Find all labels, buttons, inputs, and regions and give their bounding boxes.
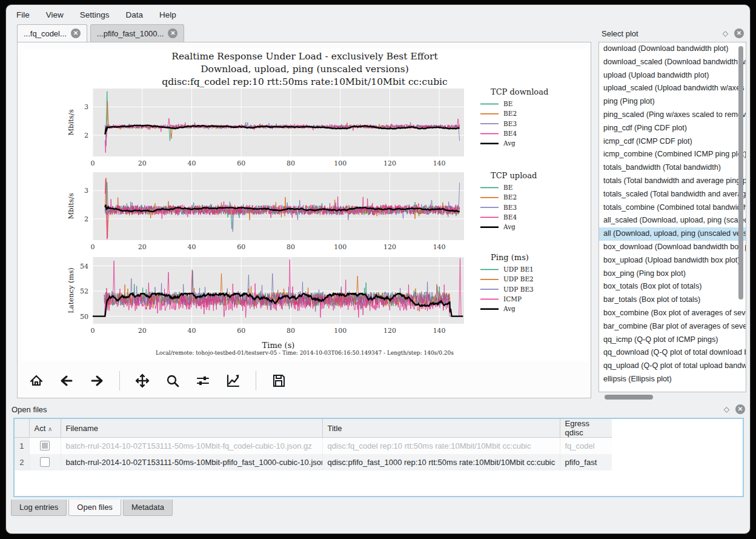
customize-button[interactable] [223,370,244,391]
svg-text:120: 120 [383,243,396,251]
svg-text:UDP BE2: UDP BE2 [503,275,534,283]
row-number: 2 [15,454,29,470]
svg-text:3: 3 [84,187,88,195]
svg-text:BE4: BE4 [503,213,517,221]
svg-text:qdisc:fq_codel rep:10 rtt:50ms: qdisc:fq_codel rep:10 rtt:50ms rate:10Mb… [162,76,447,87]
open-files-title: Open files [7,405,724,414]
plot-list-item[interactable]: icmp_cdf (ICMP CDF plot) [599,135,746,149]
plot-list-hscrollbar[interactable] [605,395,653,400]
dock-float-icon[interactable]: ◇ [724,405,729,413]
plot-list-item[interactable]: qq_download (Q-Q plot of total download … [599,346,746,360]
plot-list-item[interactable]: box_upload (Upload bandwidth box plot) [599,254,746,267]
dock-float-icon[interactable]: ◇ [723,29,728,38]
plot-list-item[interactable]: download_scaled (Download bandwidth w/ax… [599,56,746,69]
tab-label: ...fq_codel... [24,29,67,38]
svg-text:80: 80 [287,327,295,335]
svg-text:BE2: BE2 [503,193,517,201]
plot-list-item[interactable]: all (Download, upload, ping (unscaled ve… [599,227,746,241]
svg-text:80: 80 [287,243,295,251]
plot-list-item[interactable]: ellipsis (Ellipsis plot) [599,373,746,386]
svg-text:3: 3 [84,103,88,111]
tab-close-icon[interactable]: ✕ [168,28,177,38]
plot-list-item[interactable]: ping_cdf (Ping CDF plot) [599,122,746,135]
save-button[interactable] [268,370,289,391]
tab-close-icon[interactable]: ✕ [71,28,81,38]
plot-canvas[interactable]: Realtime Response Under Load - exclusive… [21,49,588,361]
svg-text:40: 40 [187,243,196,251]
active-checkbox[interactable] [40,457,50,467]
svg-text:54: 54 [80,263,88,270]
filename-column-header[interactable]: Filename [61,419,322,438]
forward-icon [89,373,105,389]
plot-list-item[interactable]: bar_combine (Bar plot of averages of sev… [599,320,746,333]
plot-list-item[interactable]: totals_bandwidth (Total bandwidth) [599,161,746,175]
plot-list-item[interactable]: box_combine (Box plot of averages of sev… [599,307,746,320]
dock-close-icon[interactable]: ✕ [734,28,744,38]
svg-text:40: 40 [187,327,196,335]
result-tab-1[interactable]: ...pfifo_fast_1000...✕ [90,24,185,42]
menu-view[interactable]: View [46,10,64,19]
svg-text:100: 100 [334,159,346,167]
home-button[interactable] [26,370,47,391]
svg-text:60: 60 [237,159,245,167]
plot-list-item[interactable]: totals_combine (Combined total bandwidth… [599,201,746,215]
menu-file[interactable]: File [16,10,30,19]
plot-list-item[interactable]: download (Download bandwidth plot) [599,42,746,56]
svg-text:Avg: Avg [503,139,516,147]
back-icon [59,373,75,389]
plot-list-item[interactable]: qq_upload (Q-Q plot of total upload band… [599,360,746,373]
title-column-header[interactable]: Title [322,419,560,438]
home-icon [28,373,44,389]
bottom-tab-metadata[interactable]: Metadata [123,500,173,516]
plot-list-item[interactable]: all_scaled (Download, upload, ping (scal… [599,214,746,227]
open-file-row[interactable]: 1batch-rrul-2014-10-02T153111-50ms-10Mbi… [15,438,612,454]
subplot-0: 02040608010012014023Mbits/sTCP downloadB… [67,87,548,167]
back-button[interactable] [56,370,77,391]
svg-text:52: 52 [80,287,88,295]
plot-list-item[interactable]: box_totals (Box plot of totals) [599,280,746,293]
svg-text:BE: BE [503,100,512,107]
svg-text:120: 120 [383,327,396,335]
bottom-tab-open-files[interactable]: Open files [68,500,121,516]
plot-list-item[interactable]: upload (Upload bandwidth plot) [599,69,746,82]
subplot-1: 02040608010012014023Mbits/sTCP uploadBEB… [67,171,537,251]
matplotlib-toolbar [26,367,289,394]
plot-list-item[interactable]: totals_scaled (Total bandwidth and avera… [599,188,746,201]
bottom-tab-log-entries[interactable]: Log entries [11,500,67,516]
plot-list-item[interactable]: bar_totals (Box plot of totals) [599,293,746,307]
menu-help[interactable]: Help [159,10,176,19]
zoom-icon [165,373,181,389]
active-checkbox[interactable] [40,441,50,450]
plot-list-item[interactable]: ping (Ping plot) [599,95,746,109]
bottom-tabbar: Log entriesOpen filesMetadata [11,500,173,516]
dock-close-icon[interactable]: ✕ [735,404,745,414]
subplots-button[interactable] [193,370,213,391]
plot-list-item[interactable]: icmp_combine (Combined ICMP ping plot) [599,148,746,161]
plot-list-item[interactable]: ping_scaled (Ping w/axes scaled to remov… [599,109,746,122]
plot-list-item[interactable]: qq_icmp (Q-Q plot of ICMP pings) [599,333,746,347]
pan-button[interactable] [132,370,153,391]
plot-list-vscrollbar[interactable] [738,46,743,300]
file-name-cell: batch-rrul-2014-10-02T153111-50ms-10Mbit… [61,438,322,454]
open-file-row[interactable]: 2batch-rrul-2014-10-02T153111-50ms-10Mbi… [15,454,612,470]
svg-text:2: 2 [84,132,88,139]
open-files-dock-header: Open files ◇ ✕ [7,403,750,416]
qdisc-column-header[interactable]: Egress qdisc [560,419,612,438]
svg-text:UDP BE3: UDP BE3 [503,286,534,293]
act-column-header[interactable]: Act ∧ [29,419,61,438]
plot-list-item[interactable]: box_ping (Ping box plot) [599,267,746,281]
menu-settings[interactable]: Settings [80,10,110,19]
select-plot-dock-header: Select plot ◇ ✕ [597,27,748,40]
zoom-button[interactable] [162,370,183,391]
sort-ascending-icon: ∧ [48,426,52,432]
result-tab-0[interactable]: ...fq_codel...✕ [17,24,87,42]
subplots-icon [195,373,211,389]
plot-list-item[interactable]: box_download (Download bandwidth box plo… [599,241,746,254]
egress-qdisc-cell: pfifo_fast [560,454,612,470]
plot-list-item[interactable]: totals (Total bandwidth and average ping… [599,175,746,188]
svg-text:0: 0 [91,159,95,167]
menu-data[interactable]: Data [126,10,144,19]
svg-text:Mbits/s: Mbits/s [67,193,75,219]
plot-list-item[interactable]: upload_scaled (Upload bandwidth w/axes s… [599,82,746,95]
forward-button[interactable] [87,370,107,391]
